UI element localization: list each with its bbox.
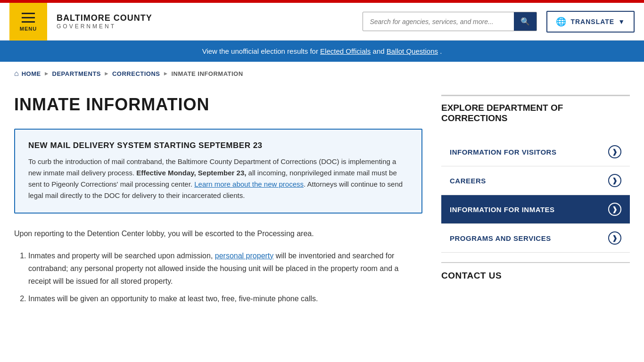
banner-text-suffix: . [440, 47, 442, 55]
search-form: 🔍 [363, 12, 537, 31]
main-layout: INMATE INFORMATION NEW MAIL DELIVERY SYS… [0, 85, 644, 329]
banner-text-middle: and [373, 47, 387, 55]
translate-label: TRANSLATE [570, 18, 614, 25]
personal-property-link[interactable]: personal property [215, 252, 274, 260]
logo-bottom: GOVERNMENT [57, 23, 152, 30]
logo-top: BALTIMORE COUNTY [57, 13, 152, 23]
sidebar-section-title: EXPLORE DEPARTMENT OF CORRECTIONS [441, 95, 630, 129]
hamburger-line-2 [22, 17, 35, 18]
alert-text: To curb the introduction of mail contrab… [28, 156, 408, 201]
main-content: INMATE INFORMATION NEW MAIL DELIVERY SYS… [14, 95, 422, 310]
sidebar-item-careers[interactable]: CAREERS ❱ [441, 166, 630, 195]
alert-title: NEW MAIL DELIVERY SYSTEM STARTING SEPTEM… [28, 141, 408, 150]
breadcrumb-departments[interactable]: DEPARTMENTS [52, 70, 101, 77]
sidebar: EXPLORE DEPARTMENT OF CORRECTIONS INFORM… [441, 95, 630, 310]
sidebar-item-inmates[interactable]: INFORMATION FOR INMATES ❱ [441, 195, 630, 224]
alert-box: NEW MAIL DELIVERY SYSTEM STARTING SEPTEM… [14, 129, 422, 214]
hamburger-line-3 [22, 21, 35, 23]
sidebar-contact-title: CONTACT US [441, 271, 630, 281]
alert-link[interactable]: Learn more about the new process [194, 180, 304, 188]
header: MENU BALTIMORE COUNTY GOVERNMENT 🔍 🌐 TRA… [0, 3, 644, 41]
menu-button[interactable]: MENU [9, 3, 47, 41]
chevron-down-icon: ▼ [618, 18, 625, 25]
breadcrumb-home[interactable]: HOME [22, 70, 41, 77]
globe-icon: 🌐 [556, 16, 567, 27]
election-banner: View the unofficial election results for… [0, 41, 644, 62]
banner-text-prefix: View the unofficial election results for [202, 47, 320, 55]
breadcrumb-sep-1: ► [44, 70, 50, 77]
list-item: Inmates and property will be searched up… [28, 249, 422, 288]
alert-bold-text: Effective Monday, September 23, [136, 169, 246, 177]
arrow-right-icon: ❱ [608, 203, 621, 216]
sidebar-item-visitors-label: INFORMATION FOR VISITORS [450, 148, 556, 156]
sidebar-item-programs-label: PROGRAMS AND SERVICES [450, 234, 551, 242]
breadcrumb-sep-2: ► [104, 70, 109, 77]
breadcrumb-sep-3: ► [163, 70, 169, 77]
breadcrumb-current: INMATE INFORMATION [171, 70, 243, 77]
body-intro: Upon reporting to the Detention Center l… [14, 228, 422, 240]
sidebar-divider [441, 262, 630, 263]
elected-officials-link[interactable]: Elected Officials [320, 47, 371, 55]
arrow-right-icon: ❱ [608, 231, 621, 245]
translate-button[interactable]: 🌐 TRANSLATE ▼ [546, 11, 635, 33]
ballot-questions-link[interactable]: Ballot Questions [387, 47, 438, 55]
menu-label: MENU [20, 26, 37, 32]
sidebar-item-programs[interactable]: PROGRAMS AND SERVICES ❱ [441, 224, 630, 253]
sidebar-item-careers-label: CAREERS [450, 177, 486, 185]
arrow-right-icon: ❱ [608, 145, 621, 158]
body-list: Inmates and property will be searched up… [28, 249, 422, 305]
breadcrumb-corrections[interactable]: CORRECTIONS [112, 70, 160, 77]
page-title: INMATE INFORMATION [14, 95, 422, 115]
site-logo: BALTIMORE COUNTY GOVERNMENT [57, 13, 152, 30]
hamburger-line-1 [22, 13, 35, 14]
search-button[interactable]: 🔍 [514, 12, 537, 31]
list-item-2-text: Inmates will be given an opportunity to … [28, 295, 318, 303]
home-icon: ⌂ [14, 69, 19, 78]
search-input[interactable] [363, 13, 514, 30]
sidebar-item-visitors[interactable]: INFORMATION FOR VISITORS ❱ [441, 138, 630, 166]
list-item: Inmates will be given an opportunity to … [28, 292, 422, 305]
arrow-right-icon: ❱ [608, 174, 621, 187]
sidebar-item-inmates-label: INFORMATION FOR INMATES [450, 206, 555, 214]
list-item-1-prefix: Inmates and property will be searched up… [28, 252, 215, 260]
breadcrumb: ⌂ HOME ► DEPARTMENTS ► CORRECTIONS ► INM… [0, 62, 644, 85]
